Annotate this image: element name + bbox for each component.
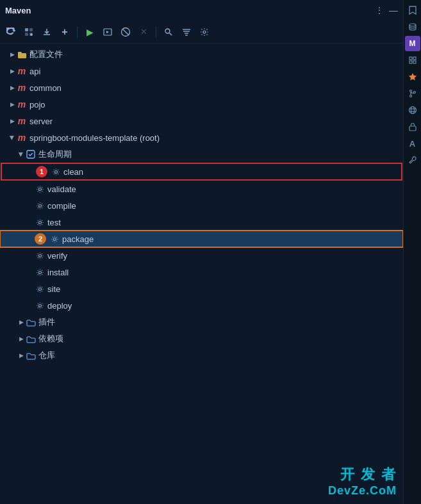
- svg-rect-27: [409, 57, 412, 60]
- arrow-api: ▶: [8, 67, 17, 76]
- arrow-pojo: ▶: [8, 100, 17, 109]
- label-site: site: [47, 284, 60, 294]
- settings-button[interactable]: [197, 25, 211, 39]
- maven-icon-root: m: [17, 133, 27, 143]
- svg-point-34: [409, 107, 416, 114]
- cancel-button[interactable]: ✕: [136, 25, 151, 39]
- svg-point-32: [409, 95, 411, 97]
- sidebar-icon-lock[interactable]: [405, 119, 420, 134]
- run-debug-button[interactable]: [101, 25, 115, 39]
- sidebar-icon-database[interactable]: [405, 19, 420, 35]
- tree-item-site[interactable]: site: [0, 280, 403, 297]
- lifecycle-icon: [26, 149, 36, 159]
- sidebar-icon-tool[interactable]: [405, 152, 420, 168]
- svg-rect-38: [409, 126, 416, 131]
- label-config: 配置文件: [29, 49, 63, 60]
- sidebar-icon-orange[interactable]: [405, 69, 420, 85]
- tree-item-lifecycle[interactable]: ▶ 生命周期: [0, 146, 403, 163]
- sidebar-icon-globe[interactable]: [405, 102, 420, 118]
- label-plugins: 插件: [38, 316, 55, 328]
- download-button[interactable]: [40, 25, 54, 39]
- more-icon[interactable]: ⋮: [375, 5, 384, 15]
- arrow-server: ▶: [8, 117, 17, 126]
- sidebar-icon-branch[interactable]: [405, 86, 420, 101]
- filter-button[interactable]: [179, 25, 194, 39]
- badge-1: 1: [36, 166, 47, 177]
- svg-rect-28: [413, 57, 416, 60]
- svg-point-26: [409, 24, 416, 26]
- svg-point-9: [165, 29, 170, 33]
- label-compile: compile: [47, 201, 76, 211]
- gear-icon-package: [49, 234, 60, 244]
- tree-item-package[interactable]: ▶ 2 package: [0, 231, 403, 247]
- svg-line-10: [170, 33, 172, 35]
- gear-icon-verify: [35, 250, 45, 261]
- skip-button[interactable]: [119, 25, 133, 39]
- gear-icon-test: [35, 217, 45, 227]
- run-button[interactable]: ▶: [83, 25, 97, 39]
- sidebar-icon-expand[interactable]: [405, 53, 420, 68]
- watermark-line2: DevZe.CoM: [328, 484, 397, 498]
- tree-item-deps[interactable]: ▶ 依赖项: [0, 330, 403, 347]
- arrow-root: ▶: [8, 133, 17, 142]
- tree-item-test[interactable]: test: [0, 214, 403, 231]
- arrow-deps: ▶: [17, 334, 26, 343]
- label-pojo: pojo: [29, 100, 45, 110]
- arrow-config: ▶: [8, 50, 17, 59]
- arrow-lifecycle: ▶: [17, 150, 26, 159]
- tree-item-api[interactable]: ▶ m api: [0, 63, 403, 79]
- find-button[interactable]: [161, 25, 176, 39]
- folder-icon-repo: [26, 350, 36, 361]
- folder-icon-config: [17, 49, 27, 60]
- sidebar-icon-bookmark[interactable]: [405, 3, 420, 18]
- label-install: install: [47, 268, 69, 277]
- tree-item-root[interactable]: ▶ m springboot-modules-template (root): [0, 129, 403, 146]
- watermark: 开 发 者 DevZe.CoM: [328, 465, 397, 498]
- refresh-button[interactable]: [4, 25, 18, 39]
- tree-item-server[interactable]: ▶ m server: [0, 113, 403, 129]
- svg-point-24: [38, 288, 41, 290]
- sidebar-icon-textA[interactable]: A: [405, 136, 420, 151]
- add-module-button[interactable]: [22, 25, 36, 39]
- label-api: api: [29, 67, 40, 76]
- label-verify: verify: [47, 251, 67, 261]
- label-deploy: deploy: [47, 301, 72, 311]
- maven-icon-api: m: [17, 66, 27, 76]
- svg-point-18: [38, 188, 41, 190]
- svg-rect-0: [25, 28, 28, 31]
- sidebar-icon-highlight[interactable]: M: [405, 36, 420, 51]
- folder-icon-plugins: [26, 317, 36, 327]
- svg-point-31: [409, 90, 411, 92]
- tree-item-plugins[interactable]: ▶ 插件: [0, 314, 403, 330]
- svg-rect-16: [27, 150, 35, 158]
- label-server: server: [29, 117, 53, 126]
- gear-icon-compile: [35, 200, 45, 211]
- gear-icon-deploy: [35, 300, 45, 311]
- folder-icon-deps: [26, 334, 36, 344]
- arrow-plugins: ▶: [17, 318, 26, 327]
- svg-point-22: [38, 254, 41, 257]
- tree-item-repo[interactable]: ▶ 仓库: [0, 347, 403, 364]
- title-actions: ⋮ —: [375, 5, 398, 15]
- gear-icon-validate: [35, 184, 45, 194]
- svg-point-21: [53, 238, 56, 240]
- tree-item-pojo[interactable]: ▶ m pojo: [0, 96, 403, 113]
- tree-item-deploy[interactable]: deploy: [0, 297, 403, 314]
- tree-item-validate[interactable]: validate: [0, 181, 403, 197]
- minimize-icon[interactable]: —: [389, 5, 398, 15]
- arrow-common: ▶: [8, 83, 17, 92]
- svg-point-20: [38, 221, 41, 224]
- label-test: test: [47, 218, 61, 227]
- maven-icon-pojo: m: [17, 99, 27, 110]
- gear-icon-clean: [51, 167, 61, 177]
- tree-item-compile[interactable]: compile: [0, 197, 403, 214]
- tree-item-clean[interactable]: ▶ 1 clean: [1, 163, 402, 180]
- tree-item-verify[interactable]: verify: [0, 247, 403, 264]
- svg-point-23: [38, 271, 41, 273]
- add-button[interactable]: +: [58, 25, 72, 39]
- gear-icon-install: [35, 267, 45, 277]
- svg-point-35: [411, 107, 414, 114]
- tree-item-common[interactable]: ▶ m common: [0, 79, 403, 96]
- tree-item-config[interactable]: ▶ 配置文件: [0, 46, 403, 63]
- tree-item-install[interactable]: install: [0, 264, 403, 280]
